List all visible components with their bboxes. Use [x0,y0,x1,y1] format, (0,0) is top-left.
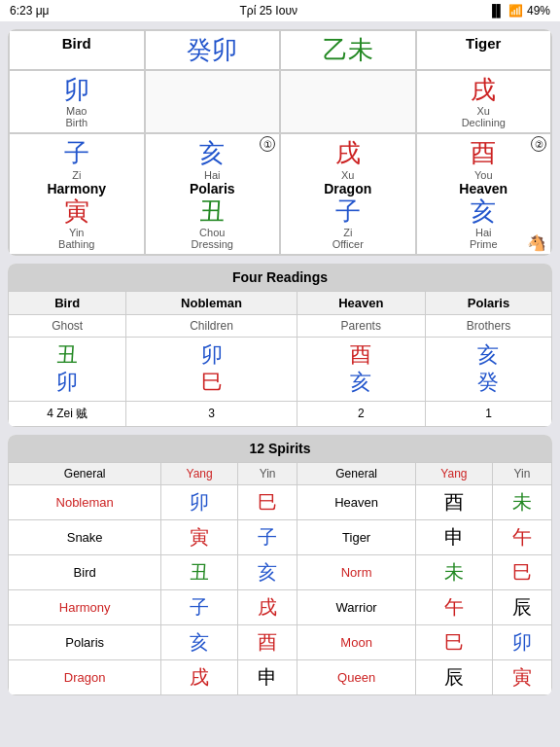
sp-mao-yang: 卯 [161,484,238,519]
col-heaven: Heaven [297,291,425,314]
sh-yang-2: Yang [416,462,493,484]
sp-polaris: Polaris [9,624,161,659]
four-readings-card: Four Readings Bird Nobleman Heaven Polar… [8,264,552,427]
four-sub-row: Ghost Children Parents Brothers [9,314,552,337]
chinese-chou-mao: 丑 卯 [9,337,126,401]
xu-declining-cell: 戌 Xu Declining [416,70,552,133]
birth-label: Birth [12,117,142,128]
zi-label: Zi [12,169,142,181]
status-time: 6:23 μμ [10,4,50,18]
spirits-header-row: General Yang Yin General Yang Yin [9,462,552,484]
spirits-row-6: Dragon 戌 申 Queen 辰 寅 [9,659,552,694]
hai-chinese: 亥 [148,138,278,168]
chinese-yiwei: 乙未 [283,35,413,65]
polaris-cell: ① 亥 Hai Polaris 丑 Chou Dressing [145,133,281,254]
chinese-mao-si: 卯 巳 [126,337,297,401]
four-chinese-row: 丑 卯 卯 巳 酉 亥 亥 癸 [9,337,552,401]
sp-yin-yang: 寅 [161,519,238,554]
sp-si2-yin: 巳 [492,554,551,589]
sh-yang-1: Yang [161,462,238,484]
sp-zi-yin: 子 [237,519,297,554]
four-count-row: 4 Zei 贼 3 2 1 [9,401,552,426]
chinese-mao-fr: 卯 [56,370,78,394]
mao-label: Mao [12,105,142,117]
chinese-guimao: 癸卯 [148,35,278,65]
sp-snake: Snake [9,519,161,554]
declining-label: Declining [419,117,549,128]
bird-label: Bird [12,35,142,52]
sp-you2-yin: 酉 [237,624,297,659]
zi-chinese: 子 [12,138,142,168]
chinese-wei-cell: 乙未 [280,30,416,70]
mao-birth-cell: 卯 Mao Birth [9,70,145,133]
sub-children: Children [126,314,297,337]
empty-cell-2 [280,70,416,133]
chinese-hai-gui: 亥 癸 [425,337,551,401]
wifi-icon: 📶 [508,4,523,18]
dressing-label: Dressing [148,238,278,250]
sp-wei-yin: 未 [492,484,551,519]
chinese-mao2-fr: 卯 [201,342,223,367]
sp-zi2-yang: 子 [161,589,238,624]
chinese-you-fr: 酉 [350,342,371,367]
sp-chen-yin: 辰 [492,589,551,624]
chinese-chou-fr: 丑 [56,342,78,367]
chinese-hai-fr: 亥 [350,370,371,394]
chinese-gui-fr: 癸 [477,370,499,394]
sp-wu-yin: 午 [492,519,551,554]
harmony-cell: 子 Zi Harmony 寅 Yin Bathing [9,133,145,254]
sp-wu2-yang: 午 [416,589,493,624]
sub-brothers: Brothers [425,314,551,337]
sp-wei2-yang: 未 [416,554,493,589]
four-readings-header: Four Readings [8,264,552,291]
spirits-row-2: Snake 寅 子 Tiger 申 午 [9,519,552,554]
polaris-label: Polaris [148,181,278,196]
spirits-row-1: Nobleman 卯 巳 Heaven 酉 未 [9,484,552,519]
status-day: Τρί 25 Ιουν [240,4,298,18]
col-polaris: Polaris [425,291,551,314]
sp-dragon: Dragon [9,659,161,694]
bird-header-cell: Bird [9,30,145,70]
sp-xu-yin: 戌 [237,589,297,624]
sp-tiger: Tiger [298,519,416,554]
sh-general-2: General [298,462,416,484]
sp-moon: Moon [298,624,416,659]
sp-si3-yang: 巳 [416,624,493,659]
chinese-mao-cell: 癸卯 [145,30,281,70]
zi2-label: Zi [283,227,413,238]
empty-cell-1 [145,70,281,133]
xu2-label: Xu [283,169,413,181]
battery: 49% [527,4,550,18]
sp-chen2-yang: 辰 [416,659,493,694]
spirits-row-5: Polaris 亥 酉 Moon 巳 卯 [9,624,552,659]
sp-hai-yin: 亥 [237,554,297,589]
chinese-mao: 卯 [12,75,142,105]
xu-label: Xu [419,105,549,117]
count-4: 4 Zei 贼 [9,401,126,426]
you-chinese: 酉 [419,138,549,168]
sp-you-yang: 酉 [416,484,493,519]
sp-shen2-yin: 申 [237,659,297,694]
dragon-label: Dragon [283,181,413,196]
birth-chart-card: Bird 癸卯 乙未 Tiger 卯 Mao Birth 戌 Xu Declin… [8,29,552,256]
hai-label: Hai [148,169,278,181]
sp-mao2-yin: 卯 [492,624,551,659]
harmony-label: Harmony [12,181,142,196]
dragon-cell: 戌 Xu Dragon 子 Zi Officer [280,133,416,254]
chinese-xu: 戌 [419,75,549,105]
sp-heaven: Heaven [298,484,416,519]
sp-harmony: Harmony [9,589,161,624]
tiger-header-cell: Tiger [416,30,552,70]
col-nobleman: Nobleman [126,291,297,314]
hai2-chinese: 亥 [419,196,549,227]
chinese-you-hai: 酉 亥 [297,337,425,401]
sh-general-1: General [9,462,161,484]
count-1: 1 [425,401,551,426]
horse-icon: 🐴 [527,233,546,252]
sp-queen: Queen [298,659,416,694]
sp-bird: Bird [9,554,161,589]
chinese-hai2-fr: 亥 [477,342,499,367]
spirits-row-4: Harmony 子 戌 Warrior 午 辰 [9,589,552,624]
sub-ghost: Ghost [9,314,126,337]
yin-label: Yin [12,227,142,238]
